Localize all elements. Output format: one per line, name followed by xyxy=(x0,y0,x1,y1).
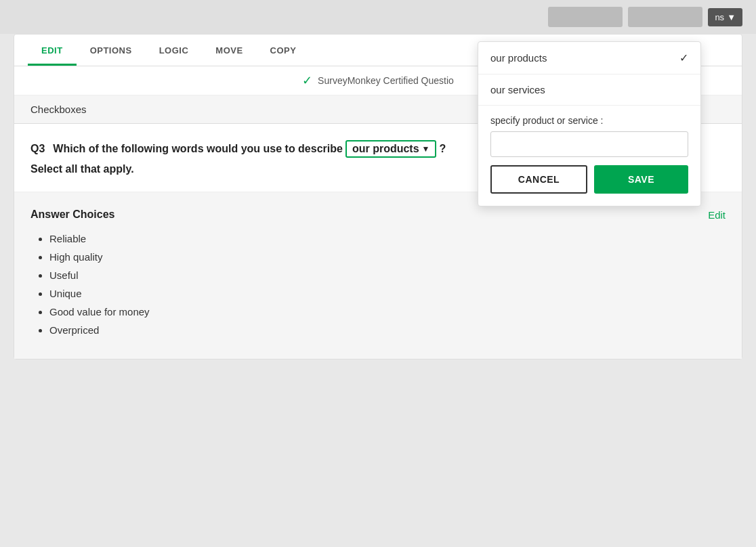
dropdown-popup: our products ✓ our services specify prod… xyxy=(478,41,701,206)
answer-choices-title: Answer Choices xyxy=(30,209,114,221)
dropdown-option-label-our-services: our services xyxy=(490,84,545,95)
inline-dropdown[interactable]: our products ▼ xyxy=(345,140,437,158)
dropdown-option-our-products[interactable]: our products ✓ xyxy=(478,42,700,74)
dropdown-checkmark-icon: ✓ xyxy=(679,51,688,64)
answer-edit-link[interactable]: Edit xyxy=(708,209,726,221)
list-item: Useful xyxy=(49,269,726,281)
answer-section: Answer Choices Edit Reliable High qualit… xyxy=(14,192,742,359)
partial-btn-label: ns xyxy=(715,12,724,22)
tab-options[interactable]: OPTIONS xyxy=(77,35,146,66)
answer-header: Answer Choices Edit xyxy=(30,209,726,221)
tab-copy[interactable]: COPY xyxy=(257,35,310,66)
inline-dropdown-value: our products xyxy=(352,143,419,155)
answer-list: Reliable High quality Useful Unique Good… xyxy=(30,233,726,336)
certified-check-icon: ✓ xyxy=(302,73,312,88)
specify-buttons: CANCEL SAVE xyxy=(490,165,688,194)
tab-edit[interactable]: EDIT xyxy=(28,35,77,66)
top-placeholder-btn-1[interactable] xyxy=(548,7,623,27)
top-bar: ns ▼ xyxy=(0,0,756,34)
list-item: Overpriced xyxy=(49,324,726,336)
partial-dropdown-arrow-icon: ▼ xyxy=(727,12,736,22)
list-item: High quality xyxy=(49,251,726,263)
question-text-before: Which of the following words would you u… xyxy=(53,141,343,157)
list-item: Reliable xyxy=(49,233,726,244)
question-type-label: Checkboxes xyxy=(30,104,87,115)
tab-move[interactable]: MOVE xyxy=(202,35,256,66)
list-item: Good value for money xyxy=(49,306,726,318)
dropdown-option-our-services[interactable]: our services xyxy=(478,74,700,105)
save-button[interactable]: SAVE xyxy=(594,165,688,194)
cancel-button[interactable]: CANCEL xyxy=(490,165,587,194)
list-item: Unique xyxy=(49,288,726,299)
certified-text: SurveyMonkey Certified Questio xyxy=(318,75,454,86)
dropdown-option-label-our-products: our products xyxy=(490,52,547,64)
specify-section: specify product or service : CANCEL SAVE xyxy=(478,106,700,206)
specify-label: specify product or service : xyxy=(490,115,688,126)
main-card: EDIT OPTIONS LOGIC MOVE COPY ✓ SurveyMon… xyxy=(14,34,742,359)
question-text-after: ? xyxy=(439,141,446,157)
question-number: Q3 xyxy=(30,143,45,155)
top-placeholder-btn-2[interactable] xyxy=(628,7,702,27)
tab-logic[interactable]: LOGIC xyxy=(146,35,203,66)
inline-dropdown-arrow-icon: ▼ xyxy=(422,144,430,154)
partial-dropdown-btn[interactable]: ns ▼ xyxy=(708,8,742,26)
specify-input[interactable] xyxy=(490,131,688,157)
